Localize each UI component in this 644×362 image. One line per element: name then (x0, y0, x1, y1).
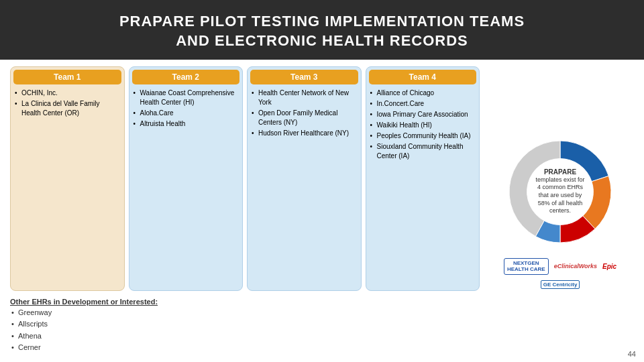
other-ehrs: Other EHRs in Development or Interested:… (10, 295, 480, 357)
right-panel: PRAPARE templates exist for 4 common EHR… (486, 66, 634, 357)
team-list-item: Peoples Community Health (IA) (370, 131, 476, 141)
logo-ecw: eClinicalWorks (554, 263, 597, 269)
team-card-1: Team 1 OCHIN, Inc.La Clinica del Valle F… (10, 66, 125, 290)
team-card-3: Team 3 Health Center Network of New York… (247, 66, 362, 290)
team-list-item: Waianae Coast Comprehensive Health Cente… (133, 88, 239, 107)
other-ehr-item: Allscripts (10, 318, 480, 330)
team1-header: Team 1 (13, 70, 121, 84)
header: PRAPARE PILOT TESTING IMPLEMENTATION TEA… (0, 0, 644, 60)
team3-body: Health Center Network of New YorkOpen Do… (248, 86, 361, 290)
donut-chart: PRAPARE templates exist for 4 common EHR… (496, 128, 624, 255)
slide: PRAPARE PILOT TESTING IMPLEMENTATION TEA… (0, 0, 644, 362)
donut-center-text: PRAPARE templates exist for 4 common EHR… (533, 168, 587, 215)
other-ehrs-title: Other EHRs in Development or Interested: (10, 298, 480, 306)
team-list-item: Altruista Health (133, 119, 239, 129)
logo-nextgen: NEXTGENHEALTH CARE (504, 258, 549, 275)
team-list-item: Health Center Network of New York (252, 88, 357, 107)
header-title: PRAPARE PILOT TESTING IMPLEMENTATION TEA… (27, 12, 617, 50)
team-list-item: OCHIN, Inc. (15, 88, 120, 98)
team-card-4: Team 4 Alliance of ChicagoIn.Concert.Car… (366, 66, 480, 290)
team-list-item: Hudson River Healthcare (NY) (252, 129, 357, 138)
team-list-item: Iowa Primary Care Association (370, 110, 476, 119)
team1-body: OCHIN, Inc.La Clinica del Valle Family H… (11, 86, 124, 290)
team-list-item: Waikiki Health (HI) (370, 121, 476, 130)
team-list-item: Open Door Family Medical Centers (NY) (252, 109, 357, 127)
page-number: 44 (628, 350, 636, 358)
team-list-item: Aloha.Care (133, 109, 239, 118)
team-list-item: Siouxland Community Health Center (IA) (370, 142, 476, 161)
other-ehr-item: Athena (10, 330, 480, 343)
other-ehr-item: Greenway (10, 307, 480, 319)
team4-header: Team 4 (369, 70, 477, 84)
teams-row: Team 1 OCHIN, Inc.La Clinica del Valle F… (10, 66, 480, 290)
team-list-item: In.Concert.Care (370, 99, 476, 109)
logo-row: NEXTGENHEALTH CARE eClinicalWorks Epic G… (486, 258, 634, 289)
logo-ge: GE Centricity (541, 280, 580, 289)
team3-header: Team 3 (250, 70, 358, 84)
team-list-item: Alliance of Chicago (370, 88, 476, 98)
team-card-2: Team 2 Waianae Coast Comprehensive Healt… (129, 66, 244, 290)
team-list-item: La Clinica del Valle Family Health Cente… (15, 99, 120, 118)
team2-header: Team 2 (132, 70, 240, 84)
left-panel: Team 1 OCHIN, Inc.La Clinica del Valle F… (10, 66, 480, 357)
team4-body: Alliance of ChicagoIn.Concert.CareIowa P… (366, 86, 480, 290)
other-ehr-item: Cerner (10, 342, 480, 354)
team2-body: Waianae Coast Comprehensive Health Cente… (129, 86, 243, 290)
logo-epic: Epic (602, 263, 616, 270)
content-area: Team 1 OCHIN, Inc.La Clinica del Valle F… (0, 60, 644, 362)
